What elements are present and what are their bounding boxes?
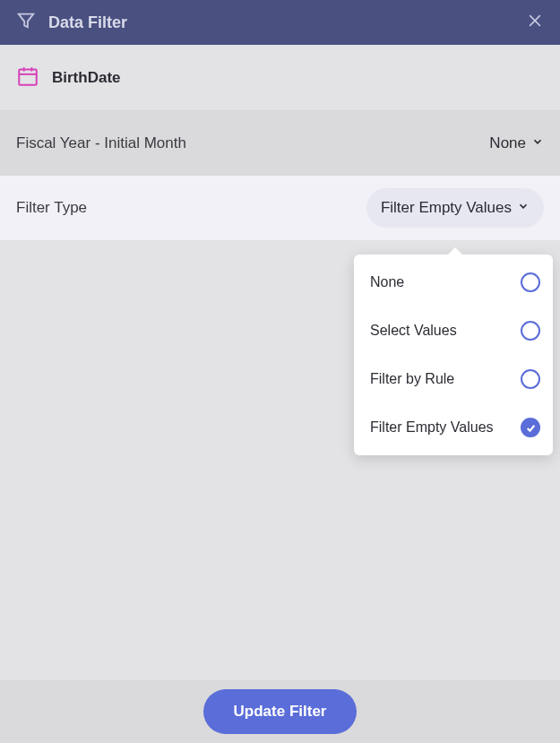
field-row: BirthDate bbox=[0, 45, 560, 111]
radio-unselected-icon bbox=[521, 272, 540, 292]
dialog-header: Data Filter bbox=[0, 0, 560, 45]
filter-type-dropdown[interactable]: Filter Empty Values bbox=[366, 188, 544, 228]
dropdown-option-select-values[interactable]: Select Values bbox=[354, 307, 553, 355]
dropdown-option-label: None bbox=[370, 274, 404, 290]
radio-unselected-icon bbox=[521, 369, 540, 389]
filter-type-value: Filter Empty Values bbox=[381, 199, 512, 217]
close-button[interactable] bbox=[526, 12, 544, 33]
filter-type-dropdown-menu: None Select Values Filter by Rule Filter… bbox=[354, 255, 553, 455]
calendar-icon bbox=[16, 65, 39, 91]
fiscal-year-label: Fiscal Year - Initial Month bbox=[16, 134, 186, 152]
radio-selected-icon bbox=[521, 418, 540, 437]
filter-type-label: Filter Type bbox=[16, 199, 87, 217]
chevron-down-icon bbox=[531, 134, 544, 152]
field-name: BirthDate bbox=[52, 69, 121, 87]
fiscal-year-value: None bbox=[489, 134, 526, 152]
chevron-down-icon bbox=[517, 199, 530, 217]
update-filter-button[interactable]: Update Filter bbox=[203, 689, 358, 734]
dropdown-option-label: Select Values bbox=[370, 323, 457, 339]
dropdown-option-label: Filter by Rule bbox=[370, 371, 454, 387]
dialog-title: Data Filter bbox=[48, 13, 127, 32]
svg-rect-2 bbox=[19, 69, 37, 84]
fiscal-year-row: Fiscal Year - Initial Month None bbox=[0, 111, 560, 176]
dialog-footer: Update Filter bbox=[0, 680, 560, 743]
fiscal-year-dropdown[interactable]: None bbox=[489, 134, 544, 152]
radio-unselected-icon bbox=[521, 321, 540, 341]
filter-icon bbox=[16, 11, 36, 34]
dropdown-option-label: Filter Empty Values bbox=[370, 419, 494, 436]
dropdown-option-none[interactable]: None bbox=[354, 258, 553, 307]
dropdown-option-filter-by-rule[interactable]: Filter by Rule bbox=[354, 355, 553, 403]
dropdown-option-filter-empty-values[interactable]: Filter Empty Values bbox=[354, 403, 553, 452]
filter-type-row: Filter Type Filter Empty Values bbox=[0, 176, 560, 240]
